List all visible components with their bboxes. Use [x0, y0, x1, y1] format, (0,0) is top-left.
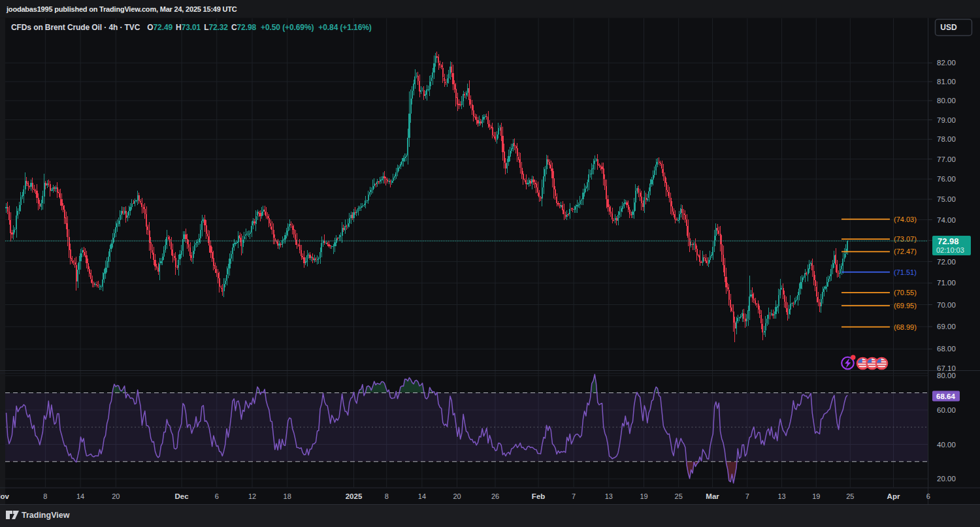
svg-text:60.00: 60.00 [937, 406, 956, 414]
svg-text:Apr: Apr [887, 492, 900, 500]
svg-text:20: 20 [453, 492, 461, 500]
svg-text:14: 14 [76, 492, 84, 500]
svg-text:20: 20 [112, 492, 120, 500]
svg-text:joodabas1995 published on Trad: joodabas1995 published on TradingView.co… [6, 5, 237, 13]
svg-text:72.00: 72.00 [937, 258, 956, 266]
svg-text:(72.47): (72.47) [894, 248, 917, 255]
svg-text:2025: 2025 [346, 492, 363, 500]
svg-text:(69.95): (69.95) [894, 302, 917, 310]
svg-text:7: 7 [745, 492, 749, 500]
svg-text:Mar: Mar [706, 492, 719, 500]
svg-text:13: 13 [777, 492, 785, 500]
svg-text:78.00: 78.00 [937, 135, 956, 143]
svg-text:40.00: 40.00 [937, 441, 956, 449]
svg-text:18: 18 [284, 492, 291, 500]
svg-text:19: 19 [812, 492, 820, 500]
svg-text:6: 6 [215, 492, 219, 500]
svg-text:20.00: 20.00 [937, 475, 956, 483]
svg-text:13: 13 [605, 492, 613, 500]
svg-text:(74.03): (74.03) [894, 216, 917, 223]
svg-text:USD: USD [940, 23, 957, 32]
svg-text:81.00: 81.00 [937, 78, 956, 86]
svg-text:75.00: 75.00 [937, 195, 956, 203]
svg-text:26: 26 [491, 492, 499, 500]
svg-text:82.00: 82.00 [937, 59, 956, 67]
svg-text:25: 25 [675, 492, 683, 500]
svg-text:Dec: Dec [175, 492, 189, 500]
svg-text:12: 12 [248, 492, 256, 500]
svg-text:74.00: 74.00 [937, 216, 956, 224]
svg-text:02:10:03: 02:10:03 [936, 246, 964, 254]
svg-text:25: 25 [846, 492, 854, 500]
svg-text:8: 8 [385, 492, 389, 500]
svg-text:70.00: 70.00 [937, 301, 956, 309]
svg-text:(70.55): (70.55) [894, 289, 917, 296]
svg-text:Nov: Nov [0, 492, 9, 500]
svg-text:67.10: 67.10 [937, 364, 956, 372]
svg-text:8: 8 [43, 492, 47, 500]
svg-text:68.00: 68.00 [937, 345, 956, 353]
svg-text:Feb: Feb [532, 492, 545, 500]
svg-text:71.00: 71.00 [937, 279, 956, 287]
svg-text:(71.51): (71.51) [894, 268, 917, 276]
svg-text:TradingView: TradingView [22, 511, 70, 520]
svg-text:6: 6 [926, 492, 930, 500]
svg-text:(73.07): (73.07) [894, 235, 917, 243]
svg-text:(68.99): (68.99) [894, 323, 917, 331]
svg-text:76.00: 76.00 [937, 175, 956, 183]
svg-text:72.98: 72.98 [938, 236, 959, 246]
svg-text:14: 14 [418, 492, 426, 500]
svg-text:7: 7 [572, 492, 576, 500]
svg-text:80.00: 80.00 [937, 372, 956, 379]
svg-text:68.64: 68.64 [936, 392, 955, 400]
svg-text:69.00: 69.00 [937, 323, 956, 330]
svg-text:77.00: 77.00 [937, 155, 956, 163]
svg-text:19: 19 [640, 492, 647, 500]
svg-text:80.00: 80.00 [937, 97, 956, 104]
svg-text:79.00: 79.00 [937, 116, 956, 124]
